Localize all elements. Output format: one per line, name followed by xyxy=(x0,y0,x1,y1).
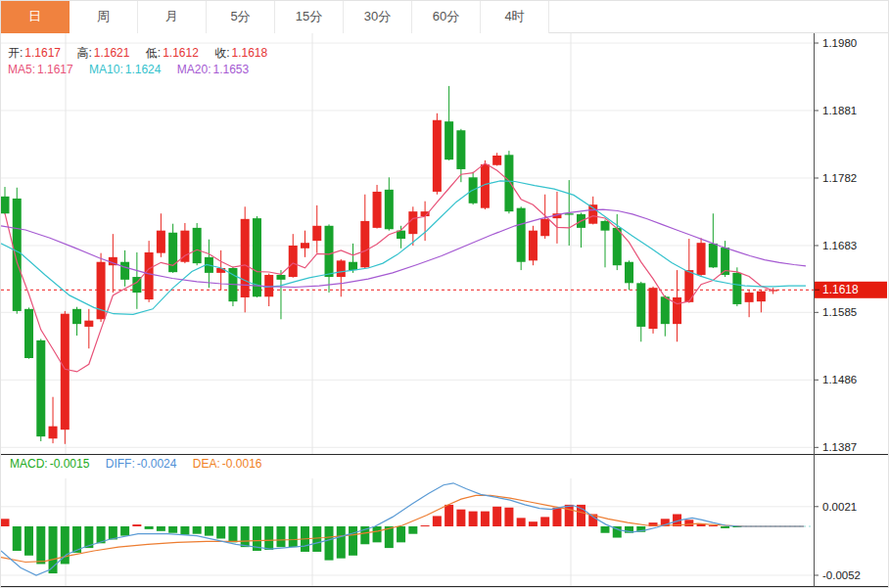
high-readout: 高:1.1621 xyxy=(76,46,129,60)
candle-body xyxy=(504,155,513,211)
timeframe-toolbar: 日 周 月 5分 15分 30分 60分 4时 xyxy=(1,1,889,33)
candle-body xyxy=(337,260,346,277)
macd-bar xyxy=(180,526,189,535)
tab-30min[interactable]: 30分 xyxy=(344,1,412,33)
macd-bar xyxy=(120,526,129,536)
macd-bar xyxy=(168,526,177,533)
candle-body xyxy=(433,120,442,192)
candle-body xyxy=(408,211,417,234)
candle-body xyxy=(540,219,549,236)
close-readout: 收:1.1618 xyxy=(214,46,267,60)
candle-body xyxy=(61,314,70,430)
macd-bar xyxy=(529,521,538,526)
candle-body xyxy=(289,246,298,277)
axis-label: 1.1782 xyxy=(822,172,857,184)
candle-body xyxy=(301,243,309,249)
chart-frame xyxy=(1,33,889,587)
axis-label: 1.1980 xyxy=(822,37,857,49)
macd-bar xyxy=(721,526,729,528)
macd-bar xyxy=(312,526,321,552)
ma-readout: MA5:1.1617 MA10:1.1624 MA20:1.1653 xyxy=(8,63,261,76)
candle-body xyxy=(636,283,645,327)
candle-body xyxy=(157,231,165,253)
macd-bar xyxy=(444,505,453,526)
macd-bar xyxy=(517,518,526,526)
macd-bar xyxy=(13,526,22,551)
candle-body xyxy=(145,252,154,299)
macd-bar xyxy=(264,526,273,550)
axis-label: 1.1585 xyxy=(822,306,857,318)
current-price-value: 1.1618 xyxy=(822,283,859,296)
macd-bar xyxy=(601,526,610,533)
ma20-readout: MA20:1.1653 xyxy=(177,63,249,76)
candle-body xyxy=(13,199,22,311)
macd-bar xyxy=(241,526,250,547)
candle-body xyxy=(492,156,501,165)
candle-body xyxy=(24,309,33,358)
macd-bar xyxy=(408,526,417,534)
current-price-tag: 1.1618 xyxy=(815,282,887,298)
tab-month[interactable]: 月 xyxy=(138,1,207,33)
macd-bar xyxy=(228,526,237,542)
ma10-readout: MA10:1.1624 xyxy=(89,63,161,76)
price-axis: 1.19801.18811.17821.16831.15851.14861.13… xyxy=(814,37,861,581)
gridlines xyxy=(1,33,814,586)
axis-label: 1.1387 xyxy=(822,441,857,453)
macd-bar xyxy=(216,526,225,538)
candle-body xyxy=(216,268,225,273)
tab-15min[interactable]: 15分 xyxy=(275,1,344,33)
macd-bar xyxy=(205,526,213,536)
macd-bar xyxy=(349,526,357,556)
candle-body xyxy=(529,231,538,261)
macd-bar xyxy=(456,510,465,526)
candle-body xyxy=(180,231,189,262)
tab-day[interactable]: 日 xyxy=(1,1,70,33)
ma5-readout: MA5:1.1617 xyxy=(8,63,73,76)
candle-body xyxy=(1,197,10,213)
macd-bar xyxy=(24,526,33,556)
candle-body xyxy=(517,208,526,262)
candle-body xyxy=(649,288,658,329)
candle-body xyxy=(360,221,369,267)
candle-body xyxy=(373,192,382,228)
candle-body xyxy=(120,262,129,280)
candlestick-macd-chart[interactable]: 1.19801.18811.17821.16831.15851.14861.13… xyxy=(1,1,889,588)
macd-bar xyxy=(373,526,382,542)
macd-bar xyxy=(552,508,561,526)
macd-value-readout: MACD:-0.0015 xyxy=(10,457,89,471)
candle-body xyxy=(673,297,681,324)
candle-body xyxy=(49,427,58,439)
low-readout: 低:1.1612 xyxy=(146,46,199,60)
candle-body xyxy=(709,244,718,267)
macd-bar xyxy=(397,526,405,542)
macd-bar xyxy=(193,526,202,534)
candle-body xyxy=(625,262,633,284)
macd-bar xyxy=(709,525,718,526)
macd-bar xyxy=(540,517,549,526)
tab-5min[interactable]: 5分 xyxy=(207,1,275,33)
macd-bar xyxy=(684,520,693,526)
candle-body xyxy=(613,228,622,265)
tab-60min[interactable]: 60分 xyxy=(412,1,481,33)
candle-body xyxy=(444,121,453,159)
macd-bar xyxy=(433,516,442,526)
candle-body xyxy=(84,321,93,327)
open-readout: 开:1.1617 xyxy=(8,46,61,60)
macd-bar xyxy=(157,526,165,531)
candle-body xyxy=(72,309,81,324)
trading-chart-app: 日 周 月 5分 15分 30分 60分 4时 1.19801.18811.17… xyxy=(0,0,889,588)
candle-body xyxy=(732,273,741,304)
candle-body xyxy=(193,228,202,263)
macd-bar xyxy=(145,526,154,529)
tab-4hour[interactable]: 4时 xyxy=(481,1,549,33)
macd-bar xyxy=(421,525,430,526)
macd-bar xyxy=(1,519,10,526)
candle-body xyxy=(456,130,465,169)
tab-week[interactable]: 周 xyxy=(70,1,138,33)
macd-readout: MACD:-0.0015 DIFF:-0.0024 DEA:-0.0016 xyxy=(10,457,274,471)
axis-label: 1.1683 xyxy=(822,240,857,251)
candle-body xyxy=(697,243,706,275)
macd-bar xyxy=(289,526,298,547)
dea-value-readout: DEA:-0.0016 xyxy=(193,457,262,471)
macd-bar xyxy=(337,526,346,559)
